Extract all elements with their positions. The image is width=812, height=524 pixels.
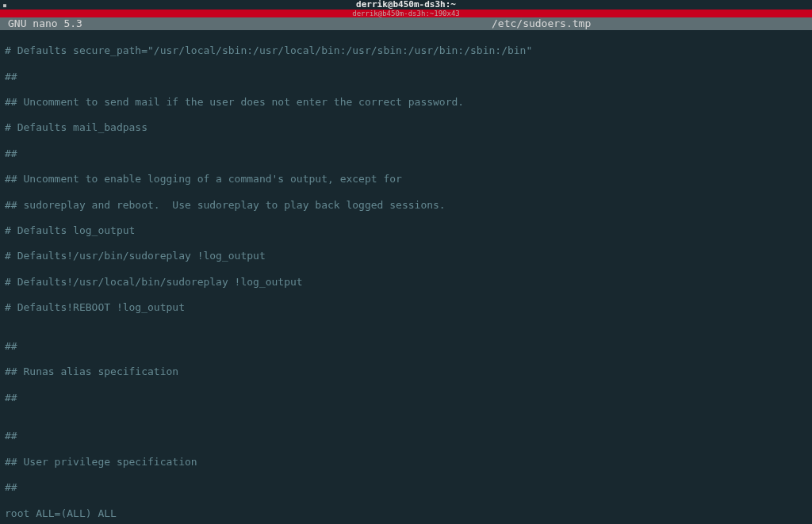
editor-line: # Defaults!/usr/local/bin/sudoreplay !lo… <box>5 276 807 289</box>
editor-line: # Defaults!REBOOT !log_output <box>5 301 807 314</box>
tmux-statusbar: derrik@b450m-ds3h:~190x43 <box>0 10 812 17</box>
editor-line: ## User privilege specification <box>5 456 807 469</box>
editor-line: ## <box>5 147 807 160</box>
editor-line: ## <box>5 392 807 404</box>
editor-line: ## sudoreplay and reboot. Use sudoreplay… <box>5 199 807 212</box>
editor-line: # Defaults log_output <box>5 224 807 237</box>
editor-line: ## <box>5 340 807 353</box>
editor-line: ## <box>5 430 807 442</box>
editor-line: # Defaults!/usr/bin/sudoreplay !log_outp… <box>5 250 807 262</box>
editor-line: # Defaults mail_badpass <box>5 121 807 134</box>
editor-line: root ALL=(ALL) ALL <box>5 507 807 520</box>
app-icon: ▪ <box>2 1 7 10</box>
tmux-status-text: derrik@b450m-ds3h:~190x43 <box>352 10 459 17</box>
nano-version: GNU nano 5.3 <box>8 17 492 30</box>
editor-line: ## Uncomment to send mail if the user do… <box>5 96 807 109</box>
editor-line: ## <box>5 71 807 83</box>
editor-content[interactable]: # Defaults secure_path="/usr/local/sbin:… <box>0 30 812 524</box>
editor-line: ## Uncomment to enable logging of a comm… <box>5 173 807 186</box>
editor-line: # Defaults secure_path="/usr/local/sbin:… <box>5 44 807 57</box>
window-title: derrik@b450m-ds3h:~ <box>356 0 456 10</box>
window-titlebar: ▪ derrik@b450m-ds3h:~ <box>0 0 812 10</box>
editor-line: ## Runas alias specification <box>5 365 807 378</box>
nano-header: GNU nano 5.3 /etc/sudoers.tmp <box>0 17 812 30</box>
nano-filename: /etc/sudoers.tmp <box>492 17 812 30</box>
editor-line: ## <box>5 481 807 494</box>
